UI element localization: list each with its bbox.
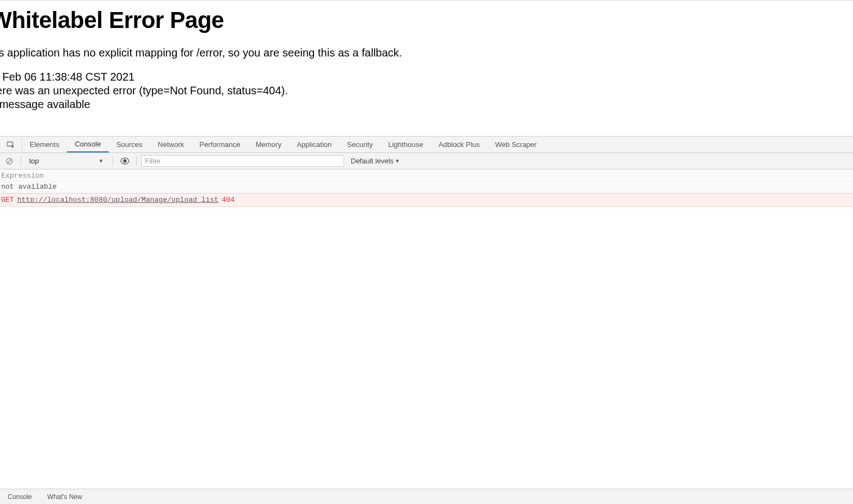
devtools-tabs: Elements Console Sources Network Perform… (0, 137, 853, 153)
tab-console[interactable]: Console (67, 137, 109, 152)
separator (113, 156, 113, 166)
context-selector[interactable]: top ▼ (26, 155, 108, 167)
live-expression-name[interactable]: Expression (0, 169, 853, 182)
live-expression-value: not available (0, 182, 853, 194)
dropdown-arrow-icon: ▼ (98, 158, 104, 164)
console-empty-area[interactable] (0, 207, 853, 426)
log-levels-selector[interactable]: Default levels ▼ (351, 157, 400, 165)
tab-network[interactable]: Network (150, 137, 192, 152)
http-method: GET (1, 196, 14, 204)
tab-sources[interactable]: Sources (109, 137, 150, 152)
tab-performance[interactable]: Performance (192, 137, 248, 152)
inspect-icon (7, 140, 15, 149)
eye-icon (120, 156, 130, 166)
tab-lighthouse[interactable]: Lighthouse (380, 137, 431, 152)
page-error-line: here was an unexpected error (type=Not F… (0, 84, 853, 98)
drawer-tab-console[interactable]: Console (0, 489, 40, 504)
page-description: his application has no explicit mapping … (0, 36, 853, 61)
http-status: 404 (222, 196, 234, 204)
context-label: top (29, 157, 39, 165)
page-title: Whitelabel Error Page (0, 1, 853, 36)
tab-memory[interactable]: Memory (248, 137, 289, 152)
tab-adblock-plus[interactable]: Adblock Plus (431, 137, 487, 152)
no-entry-icon (5, 157, 13, 165)
tab-application[interactable]: Application (289, 137, 340, 152)
dropdown-arrow-icon: ▼ (395, 158, 400, 164)
filter-input[interactable] (141, 155, 344, 167)
log-levels-label: Default levels (351, 157, 394, 165)
page-timestamp: at Feb 06 11:38:48 CST 2021 (0, 61, 853, 84)
tab-elements[interactable]: Elements (22, 137, 67, 152)
page-message-line: o message available (0, 98, 853, 111)
error-url-link[interactable]: http://localhost:8080/upload/Manage/uplo… (17, 196, 218, 204)
console-error-row[interactable]: GET http://localhost:8080/upload/Manage/… (0, 194, 853, 207)
separator (21, 156, 21, 166)
separator (136, 156, 137, 166)
console-output: Expression not available GET http://loca… (0, 169, 853, 426)
live-expression-button[interactable] (117, 153, 132, 169)
devtools-panel: Elements Console Sources Network Perform… (0, 136, 853, 426)
devtools-drawer-tabs: Console What's New (0, 489, 853, 504)
drawer-tab-whats-new[interactable]: What's New (40, 489, 90, 504)
svg-point-3 (123, 160, 126, 163)
tab-web-scraper[interactable]: Web Scraper (487, 137, 545, 152)
svg-line-2 (8, 159, 12, 163)
error-page-content: Whitelabel Error Page his application ha… (0, 0, 853, 136)
inspect-element-button[interactable] (0, 137, 22, 152)
tab-security[interactable]: Security (339, 137, 380, 152)
clear-console-button[interactable] (2, 153, 16, 169)
console-toolbar: top ▼ Default levels ▼ (0, 153, 853, 169)
